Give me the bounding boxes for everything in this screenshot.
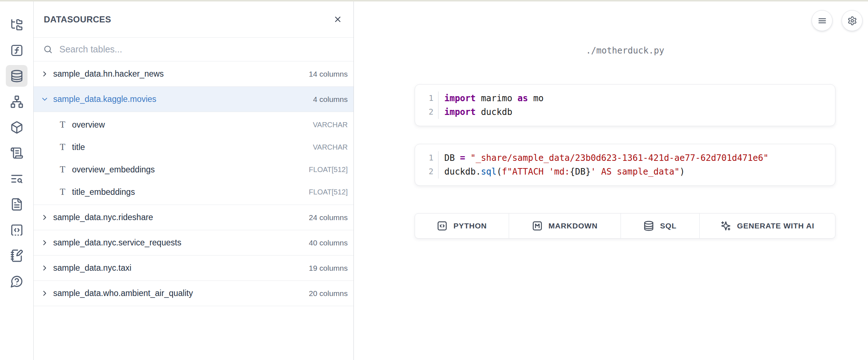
chevron-down-icon <box>41 95 49 103</box>
column-row[interactable]: ToverviewVARCHAR <box>34 113 353 136</box>
code-cell-attach-db: 12DB = "_share/sample_data/23b0d623-1361… <box>415 144 835 186</box>
notebook-menu-button[interactable] <box>812 10 833 31</box>
markdown-square-icon <box>532 220 543 231</box>
message-question-icon <box>10 275 24 288</box>
activity-bar <box>0 1 33 360</box>
table-name: sample_data.nyc.rideshare <box>53 213 309 222</box>
notebook-filename[interactable]: ./motherduck.py <box>415 46 835 56</box>
settings-button[interactable] <box>842 10 863 31</box>
column-count: 40 columns <box>309 239 348 247</box>
activity-dependency-graph-button[interactable] <box>6 91 27 112</box>
add-generate-ai-cell-button[interactable]: GENERATE WITH AI <box>700 214 835 238</box>
code-square-icon <box>437 220 448 231</box>
search-icon <box>43 44 53 54</box>
table-row[interactable]: sample_data.nyc.taxi19 columns <box>34 256 353 281</box>
column-type: VARCHAR <box>313 121 348 129</box>
table-name: sample_data.nyc.service_requests <box>53 238 309 248</box>
scroll-text-icon <box>10 146 24 160</box>
text-type-icon: T <box>58 142 68 152</box>
code-line: duckdb.sql(f"ATTACH 'md:{DB}' AS sample_… <box>444 165 826 179</box>
column-count: 14 columns <box>309 70 348 78</box>
add-cell-button-label: SQL <box>660 222 677 230</box>
column-type: VARCHAR <box>313 143 348 151</box>
sparkles-icon <box>720 220 731 231</box>
chevron-right-icon <box>41 264 49 272</box>
line-number: 1 <box>415 151 433 165</box>
close-icon <box>333 15 342 24</box>
activity-datasources-button[interactable] <box>6 65 27 87</box>
text-type-icon: T <box>58 120 68 130</box>
activity-documentation-button[interactable] <box>6 193 27 215</box>
folder-tree-icon <box>10 18 24 31</box>
gear-icon <box>847 16 857 26</box>
column-row[interactable]: Ttitle_embeddingsFLOAT[512] <box>34 181 353 203</box>
datasources-panel: DATASOURCES sample_data.hn.hacker_news14… <box>33 1 354 360</box>
notebook-area: ./motherduck.py 12import marimo as moimp… <box>354 1 868 360</box>
code-line: import marimo as mo <box>444 91 826 105</box>
column-name: overview <box>72 120 313 130</box>
code-editor[interactable]: DB = "_share/sample_data/23b0d623-1361-4… <box>439 151 826 179</box>
table-row[interactable]: sample_data.nyc.service_requests40 colum… <box>34 230 353 256</box>
column-count: 4 columns <box>313 95 348 104</box>
table-name: sample_data.kaggle.movies <box>53 94 313 104</box>
table-row[interactable]: sample_data.who.ambient_air_quality20 co… <box>34 281 353 306</box>
activity-scratchpad-button[interactable] <box>6 245 27 266</box>
text-search-icon <box>10 172 24 185</box>
add-cell-button-label: MARKDOWN <box>549 222 598 230</box>
column-count: 20 columns <box>309 289 348 298</box>
database-icon <box>10 69 24 83</box>
table-name: sample_data.nyc.taxi <box>53 263 309 273</box>
activity-packages-button[interactable] <box>6 116 27 138</box>
line-number: 1 <box>415 91 433 105</box>
chevron-right-icon <box>41 239 49 247</box>
text-type-icon: T <box>58 187 68 197</box>
text-type-icon: T <box>58 164 68 175</box>
activity-logs-button[interactable] <box>6 168 27 189</box>
table-list: sample_data.hn.hacker_news14 columnssamp… <box>34 61 353 306</box>
activity-outline-button[interactable] <box>6 142 27 164</box>
add-sql-cell-button[interactable]: SQL <box>621 214 700 238</box>
chevron-right-icon <box>41 70 49 78</box>
line-number-gutter: 12 <box>415 151 439 179</box>
table-row[interactable]: sample_data.kaggle.movies4 columns <box>34 87 353 112</box>
notebook-pen-icon <box>10 249 24 262</box>
column-name: overview_embeddings <box>72 165 309 175</box>
close-panel-button[interactable] <box>330 12 346 27</box>
column-name: title_embeddings <box>72 187 309 197</box>
code-line: import duckdb <box>444 105 826 119</box>
table-name: sample_data.who.ambient_air_quality <box>53 288 309 298</box>
menu-icon <box>817 16 827 26</box>
add-cell-button-label: GENERATE WITH AI <box>737 222 814 230</box>
chevron-right-icon <box>41 289 49 297</box>
column-count: 19 columns <box>309 264 348 273</box>
add-cell-button-label: PYTHON <box>453 222 487 230</box>
activity-file-explorer-button[interactable] <box>6 14 27 35</box>
column-row[interactable]: TtitleVARCHAR <box>34 136 353 158</box>
line-number-gutter: 12 <box>415 91 439 119</box>
network-icon <box>10 95 24 108</box>
function-square-icon <box>10 44 24 57</box>
line-number: 2 <box>415 105 433 119</box>
table-search <box>34 38 353 61</box>
column-type: FLOAT[512] <box>309 188 348 196</box>
add-python-cell-button[interactable]: PYTHON <box>415 214 509 238</box>
code-cell-imports: 12import marimo as moimport duckdb <box>415 84 835 126</box>
code-editor[interactable]: import marimo as moimport duckdb <box>439 91 826 119</box>
add-cell-bar: PYTHONMARKDOWNSQLGENERATE WITH AI <box>415 213 835 239</box>
line-number: 2 <box>415 165 433 179</box>
database-icon <box>643 220 654 231</box>
search-tables-input[interactable] <box>59 44 346 55</box>
table-row[interactable]: sample_data.nyc.rideshare24 columns <box>34 205 353 230</box>
marimo-app: DATASOURCES sample_data.hn.hacker_news14… <box>0 0 868 360</box>
box-icon <box>10 121 24 134</box>
add-markdown-cell-button[interactable]: MARKDOWN <box>509 214 621 238</box>
column-row[interactable]: Toverview_embeddingsFLOAT[512] <box>34 158 353 181</box>
activity-variables-button[interactable] <box>6 39 27 61</box>
chevron-right-icon <box>41 213 49 222</box>
table-row[interactable]: sample_data.hn.hacker_news14 columns <box>34 61 353 87</box>
activity-chat-help-button[interactable] <box>6 270 27 292</box>
activity-snippets-button[interactable] <box>6 219 27 241</box>
panel-title: DATASOURCES <box>44 14 330 25</box>
column-count: 24 columns <box>309 213 348 222</box>
column-name: title <box>72 142 313 152</box>
